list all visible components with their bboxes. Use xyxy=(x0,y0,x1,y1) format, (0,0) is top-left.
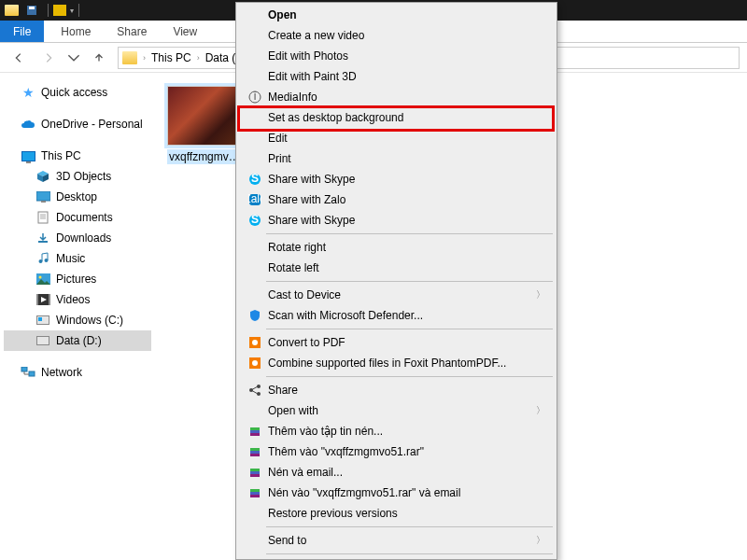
ctx-nen-rar-email[interactable]: Nén vào "vxqffzmgmvo51.rar" và email xyxy=(238,483,555,503)
ctx-print[interactable]: Print xyxy=(238,148,555,169)
svg-rect-4 xyxy=(38,212,48,223)
nav-pane: ★Quick access OneDrive - Personal This P… xyxy=(0,73,151,560)
svg-point-29 xyxy=(252,360,258,366)
ctx-create-video[interactable]: Create a new video xyxy=(238,25,555,46)
tree-label: Music xyxy=(56,252,85,265)
network-icon xyxy=(21,365,35,380)
svg-rect-1 xyxy=(29,7,35,9)
svg-rect-17 xyxy=(29,371,35,376)
chevron-right-icon[interactable]: › xyxy=(141,53,148,63)
drive-icon xyxy=(35,333,50,348)
sidebar-this-pc[interactable]: This PC xyxy=(4,146,151,166)
tab-file[interactable]: File xyxy=(0,21,44,42)
chevron-right-icon[interactable]: › xyxy=(195,53,202,63)
svg-rect-40 xyxy=(250,469,260,471)
ctx-edit-photos[interactable]: Edit with Photos xyxy=(238,46,555,66)
svg-rect-38 xyxy=(250,451,260,454)
sidebar-quick-access[interactable]: ★Quick access xyxy=(4,82,151,103)
chevron-right-icon: 〉 xyxy=(536,288,555,301)
mediainfo-icon: i xyxy=(246,91,264,104)
ctx-add-rar[interactable]: Thêm vào "vxqffzmgmvo51.rar" xyxy=(238,441,555,462)
video-icon xyxy=(35,292,50,307)
chevron-right-icon: 〉 xyxy=(536,534,555,547)
sidebar-item-music[interactable]: Music xyxy=(4,248,151,269)
cube-icon xyxy=(35,169,50,184)
forward-button[interactable] xyxy=(37,47,60,69)
ctx-open[interactable]: Open xyxy=(238,5,555,25)
svg-point-12 xyxy=(38,276,41,279)
svg-rect-41 xyxy=(250,471,260,474)
separator xyxy=(266,233,553,234)
monitor-icon xyxy=(21,148,35,163)
svg-rect-35 xyxy=(250,430,260,433)
ctx-share[interactable]: Share xyxy=(238,380,555,400)
svg-text:Zalo: Zalo xyxy=(248,193,261,205)
tree-label: Desktop xyxy=(56,190,97,203)
svg-rect-16 xyxy=(21,367,27,371)
ctx-share-zalo[interactable]: ZaloShare with Zalo xyxy=(238,189,555,210)
back-button[interactable] xyxy=(7,47,30,69)
qat-folder-icon[interactable] xyxy=(53,5,66,16)
up-button[interactable] xyxy=(88,47,110,69)
sidebar-item-videos[interactable]: Videos xyxy=(4,289,151,310)
svg-rect-44 xyxy=(250,492,260,495)
ctx-send-to[interactable]: Send to〉 xyxy=(238,530,555,551)
sidebar-network[interactable]: Network xyxy=(4,362,151,383)
sidebar-item-downloads[interactable]: Downloads xyxy=(4,228,151,248)
ctx-cast-device[interactable]: Cast to Device〉 xyxy=(238,285,555,305)
qat-dropdown-icon[interactable]: ▾ xyxy=(70,7,74,15)
recent-dropdown-icon[interactable] xyxy=(67,47,80,69)
star-icon: ★ xyxy=(21,85,35,100)
file-name-label: vxqffzmgmvo51 xyxy=(167,149,244,164)
ctx-combine-foxit[interactable]: Combine supported files in Foxit Phantom… xyxy=(238,353,555,373)
svg-rect-43 xyxy=(250,489,260,492)
svg-point-30 xyxy=(249,388,253,392)
tab-share[interactable]: Share xyxy=(104,21,160,42)
picture-icon xyxy=(35,272,50,287)
sidebar-item-pictures[interactable]: Pictures xyxy=(4,269,151,289)
tab-view[interactable]: View xyxy=(160,21,210,42)
quick-access-toolbar: ▾ xyxy=(4,3,82,18)
ctx-open-with[interactable]: Open with〉 xyxy=(238,400,555,421)
tab-home[interactable]: Home xyxy=(48,21,104,42)
breadcrumb-this-pc[interactable]: This PC xyxy=(149,51,193,64)
file-item[interactable]: vxqffzmgmvo51 xyxy=(164,86,247,164)
svg-text:i: i xyxy=(254,91,257,103)
sidebar-item-c-drive[interactable]: Windows (C:) xyxy=(4,310,151,330)
ctx-set-desktop-background[interactable]: Set as desktop background xyxy=(238,107,555,128)
ctx-convert-pdf[interactable]: Convert to PDF xyxy=(238,332,555,353)
ctx-add-archive[interactable]: Thêm vào tập tin nén... xyxy=(238,421,555,441)
ctx-share-skype-1[interactable]: SShare with Skype xyxy=(238,169,555,189)
music-icon xyxy=(35,251,50,266)
ctx-edit-paint3d[interactable]: Edit with Paint 3D xyxy=(238,66,555,87)
sidebar-onedrive[interactable]: OneDrive - Personal xyxy=(4,114,151,134)
ctx-scan-defender[interactable]: Scan with Microsoft Defender... xyxy=(238,305,555,326)
svg-rect-2 xyxy=(36,191,50,201)
tree-label: This PC xyxy=(41,149,81,162)
separator xyxy=(266,329,553,329)
skype-icon: S xyxy=(246,214,264,227)
ctx-nen-email[interactable]: Nén và email... xyxy=(238,462,555,483)
folder-icon xyxy=(122,51,137,64)
svg-point-27 xyxy=(252,340,258,345)
tree-label: Pictures xyxy=(56,273,96,286)
svg-rect-15 xyxy=(49,294,50,305)
ctx-mediainfo[interactable]: iMediaInfo xyxy=(238,87,555,107)
ctx-edit[interactable]: Edit xyxy=(238,128,555,148)
save-icon[interactable] xyxy=(24,3,39,18)
svg-rect-14 xyxy=(36,294,38,305)
tree-label: Quick access xyxy=(41,86,107,99)
winrar-icon xyxy=(246,425,264,438)
ctx-share-skype-2[interactable]: SShare with Skype xyxy=(238,210,555,231)
sidebar-item-documents[interactable]: Documents xyxy=(4,207,151,228)
svg-text:S: S xyxy=(251,214,259,226)
ctx-rotate-left[interactable]: Rotate left xyxy=(238,258,555,278)
share-icon xyxy=(246,384,264,397)
svg-point-31 xyxy=(257,385,261,388)
sidebar-item-desktop[interactable]: Desktop xyxy=(4,187,151,207)
sidebar-item-d-drive[interactable]: Data (D:) xyxy=(4,330,151,351)
ctx-rotate-right[interactable]: Rotate right xyxy=(238,237,555,258)
sidebar-item-3d-objects[interactable]: 3D Objects xyxy=(4,166,151,187)
ctx-restore-previous[interactable]: Restore previous versions xyxy=(238,503,555,524)
svg-point-10 xyxy=(44,259,48,262)
